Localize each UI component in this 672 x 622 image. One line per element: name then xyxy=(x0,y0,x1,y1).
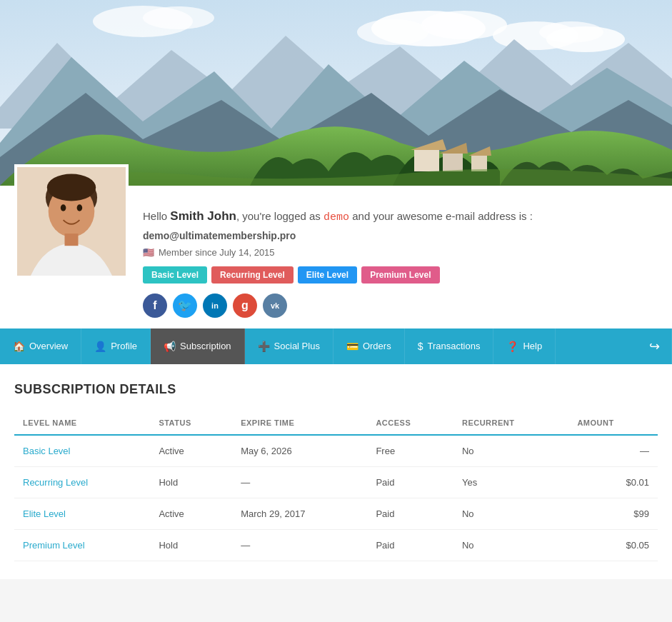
svg-rect-16 xyxy=(471,156,487,171)
tab-social-plus-label: Social Plus xyxy=(274,341,320,351)
cell-amount: $0.05 xyxy=(568,529,658,561)
tab-help[interactable]: ❓ Help xyxy=(493,328,556,364)
profile-section: Hello Smith John, you're logged as demo … xyxy=(0,186,672,328)
level-link[interactable]: Elite Level xyxy=(23,508,66,519)
tab-overview-label: Overview xyxy=(29,341,68,351)
tab-overview[interactable]: 🏠 Overview xyxy=(0,328,81,364)
svg-point-6 xyxy=(546,26,625,52)
cell-expire-time: — xyxy=(232,466,367,498)
tab-subscription-label: Subscription xyxy=(180,341,231,351)
col-header-level-name: LEVEL NAME xyxy=(14,411,150,435)
user-name: Smith John xyxy=(170,209,236,223)
profile-info: Hello Smith John, you're logged as demo … xyxy=(143,200,658,328)
tab-profile[interactable]: 👤 Profile xyxy=(81,328,151,364)
table-row: Basic Level Active May 6, 2026 Free No — xyxy=(14,435,658,467)
col-header-status: STATUS xyxy=(150,411,232,435)
cell-level-name: Recurring Level xyxy=(14,466,150,498)
tab-social-plus[interactable]: ➕ Social Plus xyxy=(245,328,334,364)
subscription-table: LEVEL NAME STATUS EXPIRE TIME ACCESS REC… xyxy=(14,411,658,561)
cell-level-name: Basic Level xyxy=(14,435,150,467)
cell-access: Paid xyxy=(367,466,453,498)
cell-expire-time: March 29, 2017 xyxy=(232,498,367,529)
table-row: Elite Level Active March 29, 2017 Paid N… xyxy=(14,498,658,529)
cell-amount: — xyxy=(568,435,658,467)
hero-banner xyxy=(0,0,672,186)
linkedin-icon[interactable]: in xyxy=(203,294,227,318)
col-header-access: ACCESS xyxy=(367,411,453,435)
cell-access: Free xyxy=(367,435,453,467)
tab-orders[interactable]: 💳 Orders xyxy=(334,328,405,364)
cell-amount: $0.01 xyxy=(568,466,658,498)
svg-point-22 xyxy=(61,204,66,211)
username: demo xyxy=(324,211,349,224)
cell-status: Hold xyxy=(150,529,232,561)
card-icon: 💳 xyxy=(346,341,358,352)
svg-point-23 xyxy=(77,204,83,211)
tab-subscription[interactable]: 📢 Subscription xyxy=(151,328,245,364)
page-wrapper: Hello Smith John, you're logged as demo … xyxy=(0,0,672,579)
cell-status: Active xyxy=(150,498,232,529)
level-link[interactable]: Recurring Level xyxy=(23,477,88,488)
badge-basic[interactable]: Basic Level xyxy=(143,266,207,284)
tab-help-label: Help xyxy=(523,341,542,351)
navigation-tabs: 🏠 Overview 👤 Profile 📢 Subscription ➕ So… xyxy=(0,328,672,364)
tab-orders-label: Orders xyxy=(363,341,391,351)
level-badges: Basic Level Recurring Level Elite Level … xyxy=(143,266,658,284)
badge-recurring[interactable]: Recurring Level xyxy=(211,266,294,284)
cell-recurrent: No xyxy=(453,529,568,561)
email-link[interactable]: demo@ultimatemembership.pro xyxy=(143,230,296,241)
greeting-text: Hello Smith John, you're logged as demo … xyxy=(143,207,658,226)
cell-expire-time: May 6, 2026 xyxy=(232,435,367,467)
section-title: SUBSCRIPTION DETAILS xyxy=(14,382,658,397)
megaphone-icon: 📢 xyxy=(164,341,176,352)
plus-icon: ➕ xyxy=(258,341,270,352)
svg-rect-24 xyxy=(65,234,79,246)
svg-point-3 xyxy=(357,19,428,45)
cell-level-name: Elite Level xyxy=(14,498,150,529)
avatar-image xyxy=(17,167,126,276)
cell-amount: $99 xyxy=(568,498,658,529)
google-icon[interactable]: g xyxy=(233,294,257,318)
tab-profile-label: Profile xyxy=(111,341,137,351)
cell-expire-time: — xyxy=(232,529,367,561)
dollar-icon: $ xyxy=(418,341,423,352)
badge-elite[interactable]: Elite Level xyxy=(298,266,357,284)
email-text: demo@ultimatemembership.pro xyxy=(143,230,658,241)
twitter-icon[interactable]: 🐦 xyxy=(173,294,197,318)
table-row: Recurring Level Hold — Paid Yes $0.01 xyxy=(14,466,658,498)
flag-icon: 🇺🇸 xyxy=(143,247,154,258)
tab-transactions[interactable]: $ Transactions xyxy=(405,328,494,364)
level-link[interactable]: Basic Level xyxy=(23,446,70,456)
cell-status: Hold xyxy=(150,466,232,498)
facebook-icon[interactable]: f xyxy=(143,294,167,318)
cell-access: Paid xyxy=(367,498,453,529)
level-link[interactable]: Premium Level xyxy=(23,540,85,551)
col-header-amount: AMOUNT xyxy=(568,411,658,435)
svg-rect-12 xyxy=(414,150,439,171)
help-icon: ❓ xyxy=(506,341,518,352)
cell-recurrent: No xyxy=(453,498,568,529)
cell-recurrent: No xyxy=(453,435,568,467)
avatar xyxy=(14,164,129,279)
svg-rect-14 xyxy=(443,154,463,171)
svg-point-21 xyxy=(47,174,96,201)
person-icon: 👤 xyxy=(94,341,106,352)
vk-icon[interactable]: vk xyxy=(263,294,287,318)
tab-transactions-label: Transactions xyxy=(427,341,480,351)
main-content: SUBSCRIPTION DETAILS LEVEL NAME STATUS E… xyxy=(0,364,672,579)
logout-icon: ↪ xyxy=(649,338,660,354)
member-since: 🇺🇸 Member since July 14, 2015 xyxy=(143,247,658,258)
table-header-row: LEVEL NAME STATUS EXPIRE TIME ACCESS REC… xyxy=(14,411,658,435)
social-icons: f 🐦 in g vk xyxy=(143,294,658,318)
cell-access: Paid xyxy=(367,529,453,561)
cell-recurrent: Yes xyxy=(453,466,568,498)
col-header-expire-time: EXPIRE TIME xyxy=(232,411,367,435)
cell-status: Active xyxy=(150,435,232,467)
badge-premium[interactable]: Premium Level xyxy=(361,266,439,284)
cell-level-name: Premium Level xyxy=(14,529,150,561)
logout-button[interactable]: ↪ xyxy=(638,328,672,364)
svg-point-8 xyxy=(143,6,214,29)
table-row: Premium Level Hold — Paid No $0.05 xyxy=(14,529,658,561)
home-icon: 🏠 xyxy=(13,341,25,352)
col-header-recurrent: RECURRENT xyxy=(453,411,568,435)
